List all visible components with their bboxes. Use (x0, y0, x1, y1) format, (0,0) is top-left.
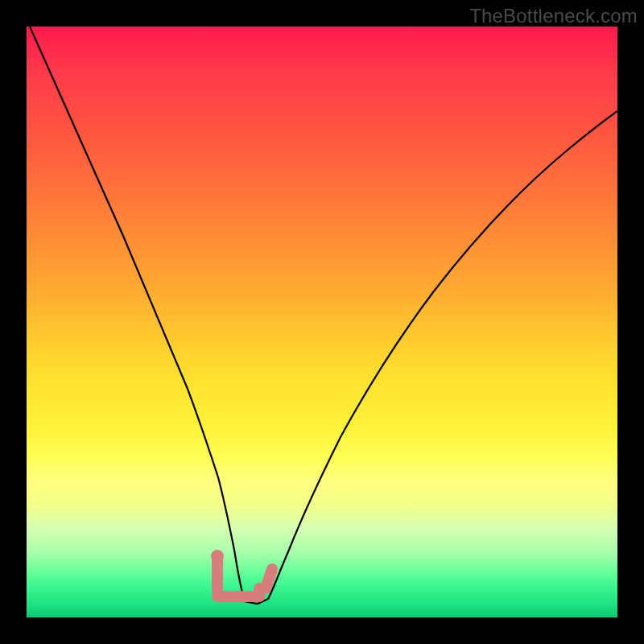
bottleneck-curve (27, 27, 617, 617)
curve-path (30, 27, 617, 604)
chart-frame: TheBottleneck.com (0, 0, 644, 644)
plot-area (27, 27, 617, 617)
watermark-text: TheBottleneck.com (469, 5, 638, 27)
